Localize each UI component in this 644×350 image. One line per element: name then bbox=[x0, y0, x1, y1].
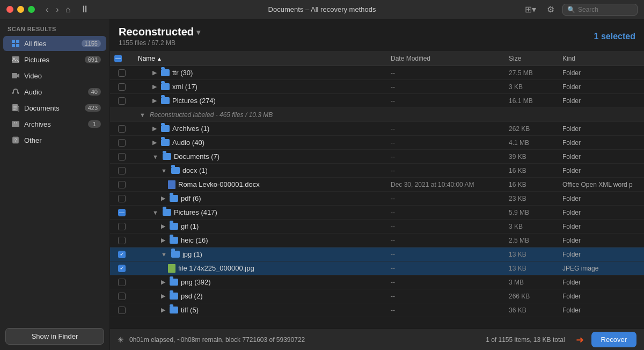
expand-button[interactable]: ▼ bbox=[151, 209, 160, 216]
sort-arrow-icon: ▲ bbox=[157, 56, 162, 62]
row-checkbox[interactable] bbox=[118, 279, 126, 286]
svg-rect-3 bbox=[16, 44, 19, 47]
row-checkbox[interactable] bbox=[118, 125, 126, 133]
sidebar-item-video[interactable]: Video bbox=[3, 68, 106, 83]
table-row[interactable]: ▶pdf (6)--23 KBFolder bbox=[110, 192, 644, 206]
close-button[interactable] bbox=[6, 6, 13, 13]
row-checkbox[interactable] bbox=[118, 139, 126, 147]
row-checkbox-cell bbox=[110, 265, 134, 272]
folder-icon bbox=[171, 167, 180, 174]
table-row[interactable]: file 174x225_000000.jpg--13 KBJPEG image bbox=[110, 261, 644, 275]
table-row[interactable]: ▶tiff (5)--36 KBFolder bbox=[110, 303, 644, 317]
expand-button[interactable]: ▼ bbox=[159, 251, 169, 258]
row-date-cell: -- bbox=[386, 207, 504, 218]
row-size-cell: 13 KB bbox=[504, 263, 558, 274]
minimize-button[interactable] bbox=[17, 6, 24, 13]
recover-button[interactable]: Recover bbox=[591, 332, 636, 347]
table-row[interactable]: ▶heic (16)--2.5 MBFolder bbox=[110, 234, 644, 247]
content-header: Reconstructed ▾ 1155 files / 67.2 MB 1 s… bbox=[110, 19, 644, 52]
sidebar-item-all-files[interactable]: All files 1155 bbox=[3, 36, 106, 51]
search-icon: 🔍 bbox=[567, 6, 575, 13]
row-checkbox[interactable] bbox=[118, 181, 126, 188]
folder-icon bbox=[161, 139, 170, 146]
header-date-modified[interactable]: Date Modified bbox=[386, 52, 504, 65]
expand-button[interactable]: ▶ bbox=[159, 223, 167, 230]
row-checkbox[interactable] bbox=[118, 97, 126, 105]
home-button[interactable]: ⌂ bbox=[65, 5, 71, 14]
expand-button[interactable]: ▶ bbox=[159, 279, 167, 286]
row-checkbox[interactable] bbox=[118, 69, 126, 77]
table-row[interactable]: ▶xml (17)--3 KBFolder bbox=[110, 80, 644, 94]
expand-button[interactable]: ▶ bbox=[159, 307, 167, 313]
header-size[interactable]: Size bbox=[504, 52, 558, 65]
row-checkbox-cell bbox=[110, 251, 134, 258]
table-row[interactable]: ▼Pictures (417)--5.9 MBFolder bbox=[110, 206, 644, 220]
row-checkbox[interactable] bbox=[118, 209, 126, 216]
svg-rect-1 bbox=[16, 40, 19, 43]
row-checkbox[interactable] bbox=[118, 237, 126, 244]
expand-button[interactable]: ▶ bbox=[151, 139, 158, 146]
header-kind[interactable]: Kind bbox=[558, 52, 644, 65]
expand-button[interactable]: ▶ bbox=[159, 237, 167, 244]
row-checkbox[interactable] bbox=[118, 251, 126, 258]
table-row[interactable]: ▶psd (2)--266 KBFolder bbox=[110, 289, 644, 303]
row-checkbox[interactable] bbox=[118, 83, 126, 91]
row-checkbox[interactable] bbox=[118, 293, 126, 300]
expand-button[interactable]: ▼ bbox=[159, 167, 169, 174]
maximize-button[interactable] bbox=[28, 6, 35, 13]
table-row[interactable]: ▼docx (1)--16 KBFolder bbox=[110, 164, 644, 178]
table-row[interactable]: ▼Documents (7)--39 KBFolder bbox=[110, 150, 644, 164]
table-row[interactable]: ▶Pictures (274)--16.1 MBFolder bbox=[110, 94, 644, 108]
folder-icon bbox=[163, 209, 171, 216]
row-name-cell: ▶ttr (30) bbox=[134, 67, 386, 78]
row-checkbox[interactable] bbox=[118, 153, 126, 161]
table-row[interactable]: ▶Audio (40)--4.1 MBFolder bbox=[110, 136, 644, 150]
svg-rect-0 bbox=[12, 40, 15, 43]
expand-button[interactable]: ▼ bbox=[138, 112, 147, 118]
forward-button[interactable]: › bbox=[54, 4, 61, 16]
table-row[interactable]: ▶gif (1)--3 KBFolder bbox=[110, 220, 644, 234]
row-checkbox-cell bbox=[110, 195, 134, 202]
expand-button[interactable]: ▶ bbox=[151, 125, 158, 132]
file-table[interactable]: ▶ttr (30)--27.5 MBFolder▶xml (17)--3 KBF… bbox=[110, 66, 644, 329]
table-row[interactable]: ▶Archives (1)--262 KBFolder bbox=[110, 122, 644, 136]
row-checkbox[interactable] bbox=[118, 265, 126, 272]
row-date-cell: -- bbox=[386, 165, 504, 176]
sidebar-item-audio[interactable]: Audio 40 bbox=[3, 84, 106, 99]
table-row[interactable]: ▶ttr (30)--27.5 MBFolder bbox=[110, 66, 644, 80]
row-size-cell: 2.5 MB bbox=[504, 235, 558, 246]
expand-button[interactable]: ▼ bbox=[151, 154, 160, 160]
svg-rect-2 bbox=[12, 44, 15, 47]
row-checkbox[interactable] bbox=[118, 223, 126, 230]
row-checkbox[interactable] bbox=[118, 195, 126, 202]
sidebar-item-documents[interactable]: Documents 423 bbox=[3, 100, 106, 115]
expand-button[interactable]: ▶ bbox=[151, 83, 158, 90]
show-in-finder-button[interactable]: Show in Finder bbox=[5, 328, 104, 345]
sidebar-item-other[interactable]: ? Other bbox=[3, 133, 106, 148]
header-name[interactable]: Name ▲ bbox=[134, 52, 386, 65]
expand-button[interactable]: ▶ bbox=[151, 97, 158, 104]
expand-button[interactable]: ▶ bbox=[151, 69, 158, 76]
row-date-cell: -- bbox=[386, 193, 504, 204]
view-options-button[interactable]: ⊞▾ bbox=[522, 3, 539, 16]
file-name-text: gif (1) bbox=[181, 222, 199, 230]
sidebar-label-video: Video bbox=[24, 72, 101, 80]
table-row[interactable]: ▼jpg (1)--13 KBFolder bbox=[110, 247, 644, 261]
row-date-cell: -- bbox=[386, 137, 504, 148]
table-row[interactable]: ▼Reconstructed labeled - 465 files / 10.… bbox=[110, 108, 644, 122]
header-checkbox-cell[interactable] bbox=[110, 52, 134, 65]
sidebar-item-archives[interactable]: Archives 1 bbox=[3, 116, 106, 132]
file-name-text: docx (1) bbox=[182, 166, 208, 174]
row-checkbox[interactable] bbox=[118, 307, 126, 314]
table-row[interactable]: ▶png (392)--3 MBFolder bbox=[110, 275, 644, 289]
pause-button[interactable]: ⏸ bbox=[80, 4, 90, 15]
sidebar-item-pictures[interactable]: Pictures 691 bbox=[3, 52, 106, 67]
row-checkbox[interactable] bbox=[118, 167, 126, 174]
search-input[interactable] bbox=[578, 6, 633, 13]
table-row[interactable]: Roma Levko-000001.docxDec 30, 2021 at 10… bbox=[110, 178, 644, 192]
expand-button[interactable]: ▶ bbox=[159, 293, 167, 300]
expand-button[interactable]: ▶ bbox=[159, 195, 167, 202]
select-all-checkbox[interactable] bbox=[114, 55, 122, 62]
back-button[interactable]: ‹ bbox=[43, 4, 50, 16]
filter-button[interactable]: ⚙ bbox=[544, 3, 557, 16]
